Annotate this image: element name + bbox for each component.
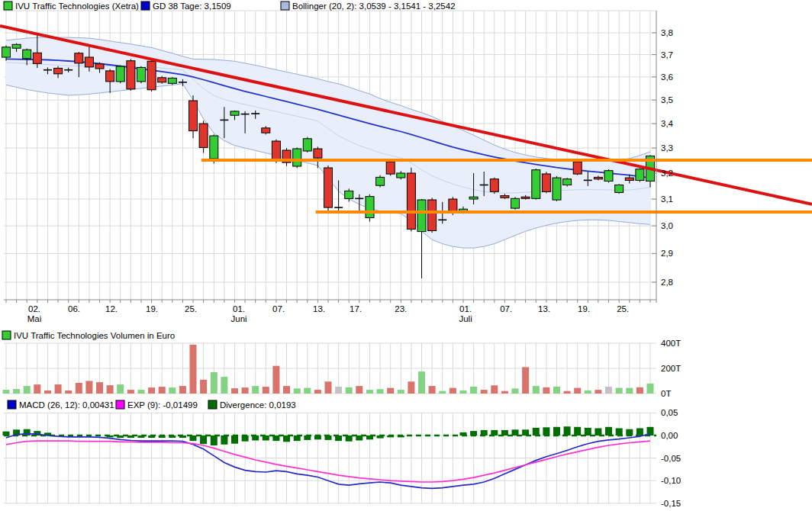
candle-body	[199, 124, 208, 147]
divergence-histogram-bar	[304, 435, 311, 440]
candle-body	[137, 68, 146, 82]
y-axis-label: 2,9	[661, 249, 673, 258]
candle	[127, 59, 135, 91]
volume-bar	[616, 388, 623, 394]
divergence-histogram-bar	[398, 435, 404, 437]
legend-macd-label-divergence: Divergence: 0,0193	[220, 400, 296, 410]
candle-body	[106, 71, 114, 82]
divergence-histogram-bar	[387, 435, 394, 437]
y-axis-label: 3,3	[661, 143, 673, 153]
legend-macd: MACD (26, 12): 0,00431 EXP (9): -0,01499…	[8, 400, 296, 410]
candle-body	[428, 200, 437, 231]
x-axis-month-label: Juni	[231, 314, 247, 323]
candle-body	[615, 185, 624, 193]
divergence-histogram-bar	[636, 429, 643, 436]
volume-bar	[325, 381, 332, 394]
volume-bar	[594, 390, 601, 394]
divergence-histogram-bar	[138, 435, 145, 438]
candle-body	[386, 162, 395, 174]
volume-bar	[647, 384, 654, 394]
legend-main-item-bollinger: Bollinger (20, 2): 3,0539 - 3,1541 - 3,2…	[281, 2, 456, 11]
x-axis-date-label: 12.	[105, 304, 118, 313]
candle-body	[189, 101, 198, 131]
gd38-swatch-icon	[141, 2, 150, 10]
divergence-histogram-bar	[616, 429, 623, 436]
legend-volume: IVU Traffic Technologies Volumen in Euro	[2, 331, 175, 340]
divergence-histogram-bar	[491, 430, 498, 435]
candle	[116, 66, 124, 84]
volume-bar	[221, 377, 227, 394]
volume-bar	[429, 386, 436, 394]
candle	[511, 197, 520, 210]
volume-bar	[13, 389, 20, 394]
candle-body	[521, 197, 530, 198]
volume-bar	[377, 389, 384, 394]
divergence-histogram-bar	[148, 435, 155, 438]
divergence-histogram-bar	[314, 435, 321, 439]
divergence-histogram-bar	[159, 435, 166, 438]
candle	[376, 175, 385, 188]
divergence-histogram-bar	[211, 435, 218, 445]
macd-axis-label: -0,15	[661, 499, 681, 508]
macd-axis-label: 0,00	[661, 431, 678, 440]
candle-body	[417, 200, 426, 232]
candle	[147, 60, 156, 92]
divergence-histogram-bar	[325, 435, 332, 440]
divergence-histogram-bar	[605, 427, 612, 435]
divergence-histogram-bar	[190, 435, 197, 441]
volume-bar	[252, 386, 259, 394]
divergence-histogram-bar	[107, 435, 114, 437]
y-axis-label: 3,7	[661, 50, 673, 59]
legend-macd-label-macd: MACD (26, 12): 0,00431	[19, 400, 114, 410]
volume-bar	[85, 381, 92, 394]
bollinger-swatch-icon	[281, 2, 289, 10]
x-axis-date-label: 13.	[538, 304, 550, 313]
volume-bar	[263, 387, 269, 394]
divergence-histogram-bar	[460, 432, 467, 435]
candle-body	[532, 170, 540, 199]
x-axis-date-label: 19.	[146, 304, 158, 313]
stock-chart: 3,83,73,63,53,43,33,23,13,02,92,802.Mai0…	[0, 0, 812, 511]
volume-bar	[636, 387, 643, 394]
y-axis-label: 3,5	[661, 95, 673, 104]
volume-bar	[398, 390, 404, 394]
candle-body	[501, 196, 509, 198]
macd-swatch-icon	[8, 400, 16, 409]
volume-bar	[294, 388, 301, 394]
legend-macd-label-exp: EXP (9): -0,01499	[127, 400, 198, 410]
volume-bar	[211, 372, 218, 394]
y-axis-label: 3,1	[661, 194, 673, 204]
divergence-histogram-bar	[522, 429, 529, 435]
x-axis-month-label: Mai	[27, 314, 42, 323]
volume-bar	[190, 345, 197, 394]
volume-bar	[3, 390, 10, 394]
y-axis-label: 3,2	[661, 169, 673, 178]
volume-bar	[314, 390, 321, 394]
x-axis-date-label: 06.	[68, 304, 80, 313]
divergence-histogram-bar	[3, 432, 10, 435]
candle	[189, 95, 198, 138]
x-axis-date-label: 25.	[617, 304, 629, 313]
volume-bar	[159, 387, 166, 394]
volume-axis-label: 400T	[661, 339, 681, 348]
x-axis-date-label: 13.	[313, 304, 325, 313]
volume-bar	[512, 388, 519, 394]
candle	[542, 172, 550, 193]
divergence-histogram-bar	[481, 430, 488, 435]
y-axis-label: 3,8	[661, 28, 673, 37]
divergence-histogram-bar	[533, 428, 540, 435]
x-axis-date-label: 25.	[185, 304, 197, 313]
candle-body	[168, 78, 176, 83]
candle-body	[469, 197, 478, 199]
volume-bar	[450, 388, 456, 394]
divergence-histogram-bar	[24, 429, 31, 435]
candle	[366, 194, 374, 222]
candle-body	[23, 50, 31, 59]
divergence-histogram-bar	[179, 435, 186, 438]
candle-body	[542, 174, 550, 191]
divergence-histogram-bar	[501, 430, 508, 435]
divergence-histogram-bar	[574, 427, 581, 435]
divergence-histogram-bar	[626, 429, 633, 435]
divergence-histogram-bar	[470, 431, 477, 435]
chart-layers: 3,83,73,63,53,43,33,23,13,02,92,802.Mai0…	[0, 11, 812, 508]
